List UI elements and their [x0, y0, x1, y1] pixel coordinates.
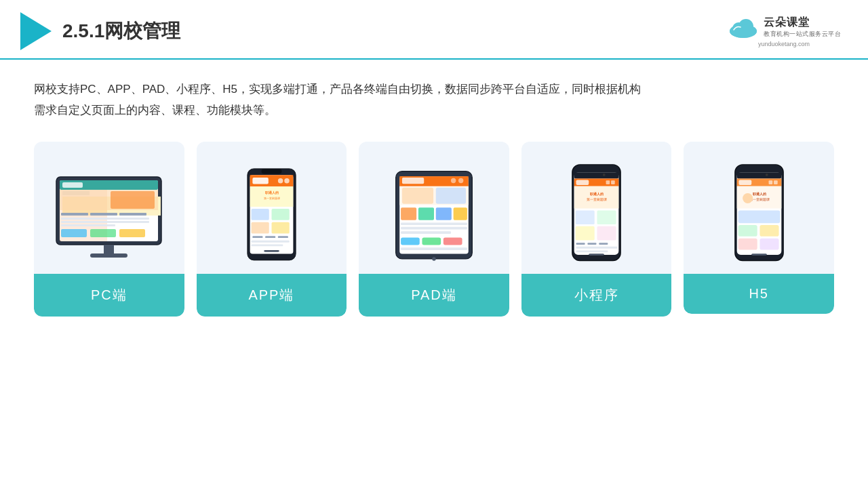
svg-rect-13	[61, 213, 88, 216]
pad-image-area	[359, 142, 509, 274]
svg-rect-105	[751, 253, 767, 256]
miniprogram-phone-icon: 职通人的 第一堂刷题课	[571, 163, 622, 262]
logo-triangle-icon	[20, 12, 52, 50]
svg-rect-41	[251, 241, 289, 243]
svg-rect-42	[251, 245, 283, 247]
svg-rect-35	[271, 209, 289, 220]
svg-rect-74	[574, 186, 619, 208]
app-image-area: 职通人的 第一堂刷题课	[197, 142, 347, 274]
pad-tablet-icon	[393, 169, 475, 262]
brand-logo-area: 云朵课堂 教育机构一站式服务云平台 yunduoketang.com	[727, 15, 841, 47]
svg-rect-79	[576, 226, 595, 240]
svg-rect-49	[451, 178, 456, 183]
svg-rect-80	[597, 226, 616, 240]
svg-point-69	[603, 174, 606, 176]
pad-card: PAD端	[359, 142, 509, 317]
svg-rect-82	[587, 243, 596, 245]
svg-rect-100	[738, 210, 780, 223]
svg-rect-90	[751, 173, 767, 177]
svg-rect-72	[606, 180, 610, 184]
svg-rect-30	[284, 178, 290, 184]
svg-rect-81	[576, 243, 585, 245]
svg-rect-62	[422, 238, 441, 245]
svg-text:第一堂刷题课: 第一堂刷题课	[263, 197, 279, 200]
h5-image-area: 职通人的 第一堂刷题课	[684, 142, 834, 274]
svg-rect-78	[597, 210, 616, 224]
device-cards-row: PC端 职通人的	[34, 142, 834, 317]
svg-rect-14	[90, 213, 117, 216]
svg-rect-19	[61, 229, 87, 237]
svg-rect-29	[278, 178, 283, 184]
svg-rect-63	[443, 238, 462, 245]
svg-rect-55	[418, 207, 434, 220]
svg-rect-83	[599, 243, 608, 245]
svg-rect-50	[458, 178, 463, 183]
svg-rect-43	[264, 250, 279, 252]
svg-rect-18	[61, 224, 115, 226]
svg-rect-52	[402, 188, 433, 204]
svg-text:职通人的: 职通人的	[751, 191, 766, 195]
header: 2.5.1网校管理 云朵课堂 教育机构一站式服务云平台 yunduoketang…	[0, 0, 868, 60]
svg-rect-28	[252, 178, 268, 184]
svg-rect-22	[104, 245, 114, 254]
svg-rect-20	[90, 229, 116, 237]
app-phone-icon: 职通人的 第一堂刷题课	[246, 167, 297, 262]
page-title: 2.5.1网校管理	[62, 18, 180, 44]
svg-rect-60	[401, 232, 451, 235]
svg-rect-56	[436, 207, 452, 220]
svg-rect-73	[611, 180, 615, 184]
svg-rect-93	[738, 180, 751, 185]
svg-point-3	[730, 24, 757, 38]
svg-rect-104	[760, 238, 778, 249]
main-content: 网校支持PC、APP、PAD、小程序、H5，实现多端打通，产品各终端自由切换，数…	[0, 60, 868, 330]
pc-card: PC端	[34, 142, 184, 317]
svg-rect-102	[760, 225, 778, 237]
pc-image-area	[34, 142, 184, 274]
svg-rect-39	[265, 236, 275, 238]
svg-rect-23	[90, 253, 127, 258]
svg-rect-59	[401, 227, 467, 230]
h5-card: 职通人的 第一堂刷题课 H5	[684, 142, 834, 314]
svg-rect-58	[401, 223, 467, 226]
svg-rect-34	[251, 209, 269, 220]
pc-monitor-icon	[53, 174, 165, 262]
svg-rect-48	[402, 178, 424, 184]
svg-rect-86	[589, 253, 604, 256]
svg-rect-40	[278, 236, 288, 238]
svg-rect-54	[401, 207, 416, 220]
svg-rect-95	[774, 180, 778, 184]
svg-rect-37	[271, 222, 289, 234]
pc-label: PC端	[34, 274, 184, 317]
svg-rect-38	[252, 236, 262, 238]
brand-name: 云朵课堂	[764, 16, 841, 30]
miniprogram-label: 小程序	[521, 274, 672, 317]
svg-point-91	[766, 174, 768, 176]
brand-tagline: 教育机构一站式服务云平台	[764, 30, 841, 39]
brand-text: 云朵课堂 教育机构一站式服务云平台	[764, 16, 841, 39]
svg-rect-103	[738, 238, 757, 249]
svg-rect-53	[436, 188, 466, 204]
svg-rect-15	[119, 213, 146, 216]
miniprogram-card: 职通人的 第一堂刷题课 小程序	[521, 142, 672, 317]
svg-rect-61	[401, 238, 420, 245]
svg-rect-71	[576, 180, 589, 185]
brand-logo: 云朵课堂 教育机构一站式服务云平台	[727, 15, 841, 39]
svg-rect-68	[588, 173, 604, 177]
svg-rect-26	[261, 169, 281, 174]
svg-rect-84	[576, 246, 618, 248]
svg-rect-7	[62, 182, 83, 188]
svg-rect-94	[768, 180, 772, 184]
svg-rect-16	[61, 218, 149, 220]
header-left: 2.5.1网校管理	[20, 12, 180, 50]
h5-phone-icon: 职通人的 第一堂刷题课	[734, 163, 785, 262]
svg-text:职通人的: 职通人的	[264, 191, 278, 195]
svg-point-46	[432, 257, 436, 261]
brand-url: yunduoketang.com	[758, 41, 810, 47]
svg-rect-101	[738, 225, 757, 237]
h5-label: H5	[684, 274, 834, 314]
svg-rect-57	[454, 207, 467, 220]
svg-rect-36	[251, 222, 269, 234]
app-label: APP端	[197, 274, 347, 317]
cloud-icon	[727, 15, 760, 39]
svg-rect-17	[61, 221, 149, 223]
